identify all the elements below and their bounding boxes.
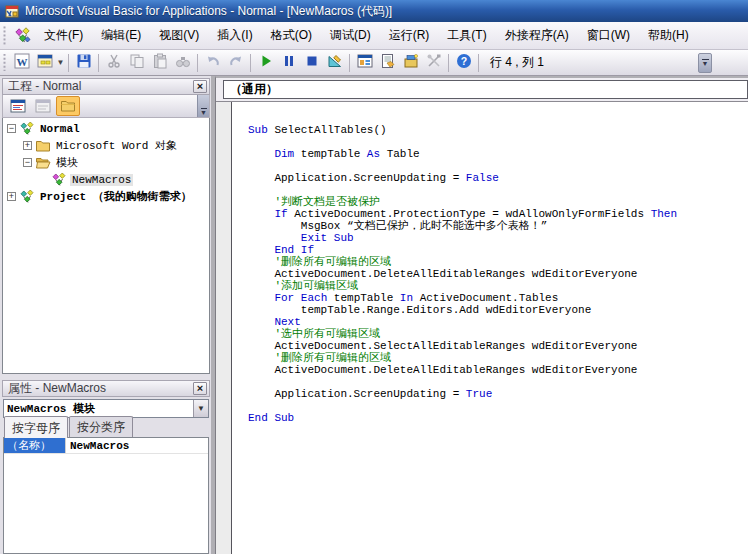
object-browser-button[interactable] — [399, 52, 422, 74]
view-object-button[interactable] — [31, 96, 55, 116]
collapse-icon[interactable]: − — [23, 158, 32, 167]
menu-item-6[interactable]: 调试(D) — [321, 23, 380, 48]
tree-item--[interactable]: −模块 — [3, 154, 209, 171]
menu-bar: 文件(F)编辑(E)视图(V)插入(I)格式(O)调试(D)运行(R)工具(T)… — [0, 22, 748, 50]
code-body: Sub SelectAllTables() Dim tempTable As T… — [216, 102, 748, 554]
run-button[interactable] — [254, 52, 277, 74]
view-code-button[interactable] — [6, 96, 30, 116]
properties-panel-header[interactable]: 属性 - NewMacros × — [2, 380, 210, 397]
reset-button[interactable] — [300, 52, 323, 74]
property-value[interactable]: NewMacros — [66, 440, 129, 452]
code-line: ActiveDocument.DeleteAllEditableRanges w… — [248, 364, 748, 376]
toolbar-separator — [68, 54, 69, 72]
scope-dropdown-value: （通用） — [230, 81, 278, 98]
menu-item-10[interactable]: 窗口(W) — [578, 23, 639, 48]
save-button[interactable] — [72, 52, 95, 74]
project-toolbar-overflow-button[interactable]: ▼ — [197, 95, 209, 117]
code-editor[interactable]: Sub SelectAllTables() Dim tempTable As T… — [232, 102, 748, 554]
code-line: ActiveDocument.DeleteAllEditableRanges w… — [248, 268, 748, 280]
menu-item-5[interactable]: 格式(O) — [262, 23, 321, 48]
margin-indicator-bar[interactable] — [216, 102, 232, 554]
expand-icon[interactable]: + — [7, 192, 16, 201]
toolbar-separator — [448, 54, 449, 72]
properties-window-icon — [380, 53, 396, 72]
chevron-down-icon[interactable]: ▼ — [193, 400, 208, 417]
code-line — [248, 160, 748, 172]
code-window-child-icon[interactable] — [14, 27, 31, 44]
toolbar-grip[interactable] — [2, 54, 7, 72]
folder-closed-icon — [35, 138, 54, 154]
menu-item-2[interactable]: 编辑(E) — [92, 23, 150, 48]
menu-grip[interactable] — [2, 26, 7, 45]
code-line: If ActiveDocument.ProtectionType = wdAll… — [248, 208, 748, 220]
collapse-icon[interactable]: − — [7, 124, 16, 133]
property-row[interactable]: （名称）NewMacros — [4, 438, 208, 454]
code-line: For Each tempTable In ActiveDocument.Tab… — [248, 292, 748, 304]
tree-item-normal[interactable]: −Normal — [3, 120, 209, 137]
properties-tabs: 按字母序按分类序 — [2, 418, 210, 437]
design-mode-icon — [327, 53, 343, 72]
object-browser-icon — [403, 53, 419, 72]
redo-icon — [228, 53, 244, 72]
properties-grid: （名称）NewMacros — [3, 437, 209, 554]
save-icon — [76, 53, 92, 72]
redo-button — [224, 52, 247, 74]
menu-item-7[interactable]: 运行(R) — [380, 23, 439, 48]
toolbar-overflow-button[interactable]: ▼ — [698, 53, 712, 73]
properties-window-button[interactable] — [376, 52, 399, 74]
tree-item-newmacros[interactable]: NewMacros — [3, 171, 209, 188]
menu-item-4[interactable]: 插入(I) — [208, 23, 261, 48]
vba-editor-window: Microsoft Visual Basic for Applications … — [0, 0, 748, 554]
break-button[interactable] — [277, 52, 300, 74]
code-window: （通用） Sub SelectAllTables() Dim tempTable… — [215, 76, 748, 554]
tab-categorized[interactable]: 按分类序 — [69, 416, 133, 437]
insert-object-dropdown-icon[interactable]: ▼ — [56, 52, 65, 74]
menu-items: 文件(F)编辑(E)视图(V)插入(I)格式(O)调试(D)运行(R)工具(T)… — [35, 23, 698, 48]
cut-icon — [106, 53, 122, 72]
design-mode-button[interactable] — [323, 52, 346, 74]
properties-panel-close-icon[interactable]: × — [193, 382, 207, 395]
find-button — [171, 52, 194, 74]
paste-button — [148, 52, 171, 74]
properties-panel-title: 属性 - NewMacros — [8, 380, 193, 397]
code-line: '删除所有可编辑的区域 — [248, 352, 748, 364]
project-explorer-button[interactable] — [353, 52, 376, 74]
code-line: tempTable.Range.Editors.Add wdEditorEver… — [248, 304, 748, 316]
tree-item-microsoft-word-[interactable]: +Microsoft Word 对象 — [3, 137, 209, 154]
code-line — [248, 136, 748, 148]
project-panel-header[interactable]: 工程 - Normal × — [2, 78, 210, 95]
reset-icon — [304, 53, 320, 72]
toolbar-separator — [98, 54, 99, 72]
insert-userform-button[interactable] — [33, 52, 56, 74]
tab-alphabetic[interactable]: 按字母序 — [4, 416, 68, 438]
project-icon — [19, 189, 38, 205]
tree-item-project-[interactable]: +Project （我的购物街需求） — [3, 188, 209, 205]
property-name[interactable]: （名称） — [4, 438, 66, 453]
menu-item-8[interactable]: 工具(T) — [438, 23, 495, 48]
folder-open-icon — [35, 155, 54, 171]
help-icon: ? — [456, 53, 472, 72]
menu-item-11[interactable]: 帮助(H) — [639, 23, 698, 48]
code-line: ActiveDocument.SelectAllEditableRanges w… — [248, 340, 748, 352]
code-line: '判断文档是否被保护 — [248, 196, 748, 208]
word-icon: W — [14, 53, 30, 72]
code-line: MsgBox “文档已保护，此时不能选中多个表格！” — [248, 220, 748, 232]
cursor-position-label: 行 4 , 列 1 — [490, 54, 544, 71]
toggle-folders-button[interactable] — [56, 96, 80, 116]
menu-item-1[interactable]: 文件(F) — [35, 23, 92, 48]
code-line — [248, 400, 748, 412]
code-window-header: （通用） — [216, 78, 748, 102]
break-icon — [281, 53, 297, 72]
view-word-button[interactable]: W — [10, 52, 33, 74]
help-button[interactable]: ? — [452, 52, 475, 74]
vba-app-icon — [4, 3, 20, 19]
code-line — [248, 184, 748, 196]
expand-icon[interactable]: + — [23, 141, 32, 150]
copy-button — [125, 52, 148, 74]
menu-item-9[interactable]: 外接程序(A) — [496, 23, 578, 48]
menu-item-3[interactable]: 视图(V) — [150, 23, 208, 48]
scope-dropdown[interactable]: （通用） — [223, 80, 748, 99]
project-panel-close-icon[interactable]: × — [193, 80, 207, 93]
svg-text:W: W — [16, 56, 27, 68]
code-line: Application.ScreenUpdating = False — [248, 172, 748, 184]
